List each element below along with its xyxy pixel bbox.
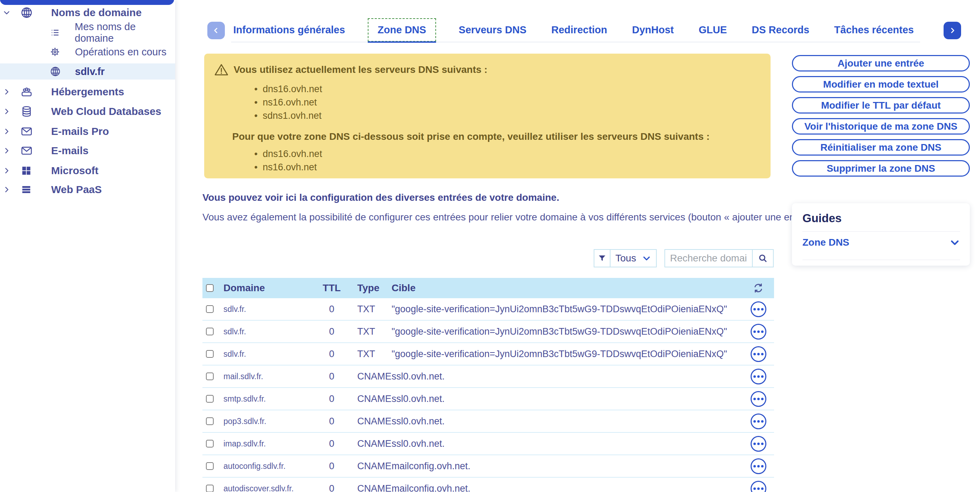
table-row: autoconfig.sdlv.fr. 0 CNAME mailconfig.o… bbox=[202, 455, 774, 478]
table-row: sdlv.fr. 0 TXT "google-site-verification… bbox=[202, 298, 774, 321]
filter-button[interactable] bbox=[594, 249, 611, 267]
database-icon bbox=[20, 105, 33, 118]
chevron-right-icon bbox=[3, 167, 11, 175]
hosting-icon bbox=[20, 86, 33, 98]
dns-records-table: Domaine TTL Type Cible sdlv.fr. 0 TXT "g… bbox=[202, 278, 774, 492]
cell-domain: sdlv.fr. bbox=[218, 304, 312, 314]
tabs-scroll-right-button[interactable] bbox=[943, 22, 961, 39]
tab-informations-generales[interactable]: Informations générales bbox=[231, 24, 347, 36]
cell-target: mailconfig.ovh.net. bbox=[390, 461, 743, 472]
row-checkbox[interactable] bbox=[206, 485, 214, 492]
row-actions-button[interactable] bbox=[751, 324, 766, 339]
chevron-left-icon bbox=[212, 26, 220, 35]
search-button[interactable] bbox=[752, 249, 774, 267]
guide-link-zone-dns[interactable]: Zone DNS bbox=[802, 232, 960, 253]
cell-ttl: 0 bbox=[312, 349, 351, 360]
add-entry-button[interactable]: Ajouter une entrée bbox=[792, 55, 970, 72]
cell-type: CNAME bbox=[351, 438, 390, 449]
tab-taches-recentes[interactable]: Tâches récentes bbox=[832, 24, 916, 36]
row-checkbox[interactable] bbox=[206, 462, 214, 470]
tab-zone-dns[interactable]: Zone DNS bbox=[368, 18, 436, 42]
row-checkbox[interactable] bbox=[206, 417, 214, 425]
sidebar-item-operations-en-cours[interactable]: Opérations en cours bbox=[0, 44, 175, 60]
sidebar-item-emails-pro[interactable]: E-mails Pro bbox=[0, 123, 175, 140]
sidebar-item-mes-noms-de-domaine[interactable]: Mes noms de domaine bbox=[0, 24, 175, 41]
warning-title: Vous utilisez actuellement les serveurs … bbox=[234, 64, 488, 75]
row-checkbox[interactable] bbox=[206, 328, 214, 335]
tab-serveurs-dns[interactable]: Serveurs DNS bbox=[457, 24, 528, 36]
row-actions-button[interactable] bbox=[751, 436, 766, 452]
table-row: mail.sdlv.fr. 0 CNAME ssl0.ovh.net. bbox=[202, 366, 774, 388]
chevron-right-icon bbox=[948, 26, 956, 35]
chevron-right-icon bbox=[3, 186, 11, 193]
cell-type: TXT bbox=[351, 304, 390, 315]
cell-domain: sdlv.fr. bbox=[218, 327, 312, 336]
chevron-down-icon bbox=[950, 237, 960, 248]
row-actions-button[interactable] bbox=[751, 346, 766, 362]
zone-history-button[interactable]: Voir l'historique de ma zone DNS bbox=[792, 118, 970, 135]
row-actions-button[interactable] bbox=[751, 414, 766, 429]
row-actions-button[interactable] bbox=[751, 301, 766, 317]
chevron-right-icon bbox=[3, 108, 11, 115]
webpaas-icon bbox=[20, 184, 33, 196]
cell-target: ssl0.ovh.net. bbox=[390, 371, 743, 382]
row-checkbox[interactable] bbox=[206, 305, 214, 313]
tab-ds-records[interactable]: DS Records bbox=[749, 24, 811, 36]
table-row: sdlv.fr. 0 TXT "google-site-verification… bbox=[202, 321, 774, 343]
table-row: smtp.sdlv.fr. 0 CNAME ssl0.ovh.net. bbox=[202, 388, 774, 410]
row-actions-button[interactable] bbox=[751, 369, 766, 384]
cell-ttl: 0 bbox=[312, 483, 351, 492]
edit-default-ttl-button[interactable]: Modifier le TTL par défaut bbox=[792, 97, 970, 113]
sidebar-item-noms-de-domaine[interactable]: Noms de domaine bbox=[0, 5, 175, 21]
sidebar-item-sdlv-fr[interactable]: sdlv.fr bbox=[0, 64, 175, 80]
tab-list: Informations générales Zone DNS Serveurs… bbox=[231, 18, 916, 42]
tabs-bar: Informations générales Zone DNS Serveurs… bbox=[175, 0, 980, 43]
sidebar-item-web-cloud-databases[interactable]: Web Cloud Databases bbox=[0, 103, 175, 119]
row-checkbox[interactable] bbox=[206, 373, 214, 380]
cell-type: CNAME bbox=[351, 393, 390, 404]
column-header-target: Cible bbox=[390, 282, 743, 294]
globe-icon bbox=[20, 6, 33, 19]
cell-domain: autodiscover.sdlv.fr. bbox=[218, 484, 312, 492]
delete-zone-button[interactable]: Supprimer la zone DNS bbox=[792, 160, 970, 177]
table-row: imap.sdlv.fr. 0 CNAME ssl0.ovh.net. bbox=[202, 433, 774, 455]
tabs-scroll-left-button[interactable] bbox=[207, 22, 225, 39]
tab-redirection[interactable]: Redirection bbox=[549, 24, 609, 36]
record-type-selected-value: Tous bbox=[616, 253, 636, 264]
chevron-down-icon bbox=[642, 254, 651, 263]
warning-triangle-icon bbox=[214, 64, 228, 76]
sidebar-item-label: Web PaaS bbox=[51, 184, 102, 196]
guide-link-label: Zone DNS bbox=[802, 237, 850, 248]
cell-domain: autoconfig.sdlv.fr. bbox=[218, 462, 312, 471]
select-all-checkbox[interactable] bbox=[206, 284, 214, 292]
divider bbox=[802, 260, 960, 260]
dns-server-item: ns16.ovh.net bbox=[253, 161, 770, 174]
row-checkbox[interactable] bbox=[206, 350, 214, 358]
row-actions-button[interactable] bbox=[751, 459, 766, 474]
tab-glue[interactable]: GLUE bbox=[697, 24, 729, 36]
sidebar-item-web-paas[interactable]: Web PaaS bbox=[0, 182, 175, 197]
record-type-select[interactable]: Tous bbox=[610, 249, 657, 267]
search-input[interactable] bbox=[664, 249, 752, 267]
sidebar-item-microsoft[interactable]: Microsoft bbox=[0, 162, 175, 179]
filter-bar: Tous bbox=[594, 249, 774, 267]
refresh-button[interactable] bbox=[753, 283, 764, 293]
chevron-right-icon bbox=[3, 127, 11, 135]
edit-text-mode-button[interactable]: Modifier en mode textuel bbox=[792, 76, 970, 92]
sidebar-item-label: Hébergements bbox=[51, 86, 124, 98]
row-checkbox[interactable] bbox=[206, 440, 214, 447]
tab-dynhost[interactable]: DynHost bbox=[630, 24, 676, 36]
sidebar-item-emails[interactable]: E-mails bbox=[0, 143, 175, 159]
sidebar-item-label: Mes noms de domaine bbox=[75, 21, 175, 44]
app-root: Noms de domaine Mes noms de domaine Opér… bbox=[0, 0, 980, 492]
refresh-icon bbox=[753, 283, 764, 293]
sidebar-item-hebergements[interactable]: Hébergements bbox=[0, 84, 175, 100]
chevron-down-icon bbox=[3, 9, 11, 16]
cell-domain: pop3.sdlv.fr. bbox=[218, 417, 312, 426]
reset-zone-button[interactable]: Réinitialiser ma zone DNS bbox=[792, 139, 970, 156]
sidebar-active-topbar[interactable] bbox=[0, 0, 174, 5]
row-actions-button[interactable] bbox=[751, 391, 766, 407]
cell-type: CNAME bbox=[351, 416, 390, 427]
row-checkbox[interactable] bbox=[206, 395, 214, 403]
row-actions-button[interactable] bbox=[751, 481, 766, 492]
